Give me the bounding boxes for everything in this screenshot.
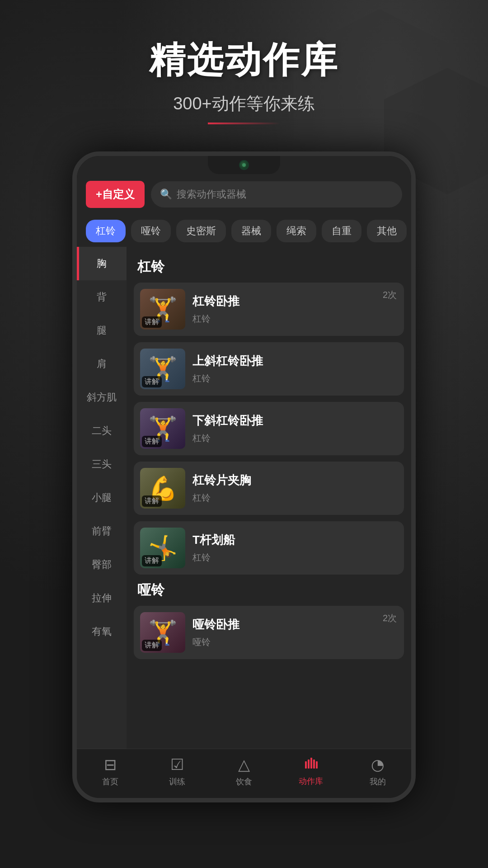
- sidebar-item-shoulder[interactable]: 肩: [77, 347, 127, 381]
- sidebar-item-triceps[interactable]: 三头: [77, 448, 127, 481]
- exercise-tag-4: 杠铃: [192, 492, 398, 504]
- camera-dot: [239, 160, 249, 170]
- sidebar-item-forearm[interactable]: 前臂: [77, 514, 127, 548]
- exercise-name-2: 上斜杠铃卧推: [192, 353, 398, 369]
- thumb-label-6: 讲解: [142, 640, 162, 651]
- sidebar-item-calves[interactable]: 小腿: [77, 481, 127, 514]
- nav-library-icon: [304, 755, 318, 773]
- nav-item-exercise-library[interactable]: 动作库: [277, 755, 344, 787]
- sidebar-item-stretch[interactable]: 拉伸: [77, 581, 127, 615]
- nav-training-icon: ☑: [170, 755, 184, 774]
- exercise-info-1: 杠铃卧推 杠铃: [192, 293, 398, 325]
- bottom-navigation: ⊟ 首页 ☑ 训练 △ 饮食: [77, 749, 411, 798]
- phone-content: +自定义 🔍 搜索动作或器械 杠铃 哑铃 史密斯 器械 绳索 自重 其他: [77, 156, 411, 798]
- svg-rect-2: [310, 758, 312, 769]
- exercise-info-4: 杠铃片夹胸 杠铃: [192, 472, 398, 504]
- header: 精选动作库 300+动作等你来练: [0, 0, 488, 142]
- thumb-label-5: 讲解: [142, 555, 162, 566]
- search-icon: 🔍: [160, 189, 172, 200]
- exercise-info-5: T杆划船 杠铃: [192, 532, 398, 564]
- nav-profile-label: 我的: [370, 776, 386, 787]
- nav-diet-label: 饮食: [236, 776, 252, 787]
- filter-chip-smith[interactable]: 史密斯: [176, 220, 226, 242]
- svg-rect-0: [305, 761, 307, 769]
- exercise-thumb-1: 🏋️ 讲解: [140, 289, 185, 330]
- exercise-card-t-bar-row[interactable]: 🤸 讲解 T杆划船 杠铃: [134, 521, 404, 575]
- main-content: 胸 背 腿 肩 斜方肌 二头 三头 小腿 前臂 臀部 拉伸 有氧 杠铃: [77, 247, 411, 749]
- nav-training-label: 训练: [169, 776, 185, 787]
- exercise-tag-5: 杠铃: [192, 552, 398, 564]
- nav-item-profile[interactable]: ◔ 我的: [344, 755, 411, 787]
- exercise-name-1: 杠铃卧推: [192, 293, 398, 309]
- nav-home-icon: ⊟: [104, 755, 117, 774]
- section-title-dumbbell: 哑铃: [137, 581, 400, 599]
- nav-library-label: 动作库: [299, 776, 323, 787]
- svg-rect-3: [313, 760, 315, 769]
- sidebar-item-biceps[interactable]: 二头: [77, 414, 127, 448]
- category-sidebar: 胸 背 腿 肩 斜方肌 二头 三头 小腿 前臂 臀部 拉伸 有氧: [77, 247, 127, 749]
- exercise-tag-2: 杠铃: [192, 373, 398, 385]
- exercise-thumb-5: 🤸 讲解: [140, 528, 185, 568]
- nav-home-label: 首页: [102, 776, 118, 787]
- sidebar-item-legs[interactable]: 腿: [77, 314, 127, 347]
- exercise-info-3: 下斜杠铃卧推 杠铃: [192, 413, 398, 444]
- nav-item-home[interactable]: ⊟ 首页: [77, 755, 144, 787]
- sidebar-item-back[interactable]: 背: [77, 280, 127, 314]
- section-title-barbell: 杠铃: [137, 258, 400, 276]
- exercise-name-6: 哑铃卧推: [192, 617, 398, 632]
- custom-button[interactable]: +自定义: [86, 181, 145, 208]
- exercise-card-decline-press[interactable]: 🏋️ 讲解 下斜杠铃卧推 杠铃: [134, 402, 404, 455]
- header-underline: [208, 123, 280, 124]
- sidebar-item-glutes[interactable]: 臀部: [77, 548, 127, 581]
- exercise-card-bench-press[interactable]: 🏋️ 讲解 杠铃卧推 杠铃 2次: [134, 283, 404, 336]
- filter-chip-barbell[interactable]: 杠铃: [86, 220, 126, 242]
- svg-rect-1: [308, 760, 310, 769]
- thumb-label-3: 讲解: [142, 436, 162, 447]
- filter-chip-bodyweight[interactable]: 自重: [322, 220, 361, 242]
- sidebar-item-trapezius[interactable]: 斜方肌: [77, 381, 127, 414]
- exercise-count-6: 2次: [383, 612, 397, 624]
- exercise-name-4: 杠铃片夹胸: [192, 472, 398, 488]
- exercise-name-3: 下斜杠铃卧推: [192, 413, 398, 429]
- sidebar-item-chest[interactable]: 胸: [77, 247, 127, 280]
- exercise-tag-3: 杠铃: [192, 432, 398, 444]
- filter-chip-dumbbell[interactable]: 哑铃: [131, 220, 171, 242]
- exercise-name-5: T杆划船: [192, 532, 398, 548]
- filter-tabs: 杠铃 哑铃 史密斯 器械 绳索 自重 其他: [77, 215, 411, 247]
- exercise-thumb-3: 🏋️ 讲解: [140, 408, 185, 449]
- exercise-card-dumbbell-press[interactable]: 🏋️ 讲解 哑铃卧推 哑铃 2次: [134, 606, 404, 659]
- exercise-thumb-2: 🏋️ 讲解: [140, 349, 185, 389]
- nav-item-diet[interactable]: △ 饮食: [211, 755, 277, 787]
- exercise-card-incline-press[interactable]: 🏋️ 讲解 上斜杠铃卧推 杠铃: [134, 342, 404, 396]
- phone-frame: +自定义 🔍 搜索动作或器械 杠铃 哑铃 史密斯 器械 绳索 自重 其他: [72, 151, 416, 802]
- phone-mockup: +自定义 🔍 搜索动作或器械 杠铃 哑铃 史密斯 器械 绳索 自重 其他: [0, 151, 488, 802]
- filter-chip-other[interactable]: 其他: [367, 220, 407, 242]
- exercise-info-2: 上斜杠铃卧推 杠铃: [192, 353, 398, 385]
- header-title: 精选动作库: [0, 36, 488, 85]
- thumb-label-1: 讲解: [142, 316, 162, 328]
- thumb-label-4: 讲解: [142, 495, 162, 507]
- thumb-label-2: 讲解: [142, 376, 162, 387]
- svg-rect-4: [316, 761, 318, 769]
- filter-chip-cable[interactable]: 绳索: [277, 220, 316, 242]
- filter-chip-machine[interactable]: 器械: [231, 220, 271, 242]
- search-placeholder: 搜索动作或器械: [177, 188, 246, 201]
- exercise-tag-1: 杠铃: [192, 313, 398, 325]
- exercise-list: 杠铃 🏋️ 讲解 杠铃卧推 杠铃 2次: [127, 247, 411, 749]
- search-bar[interactable]: 🔍 搜索动作或器械: [151, 181, 402, 208]
- nav-diet-icon: △: [238, 755, 250, 774]
- phone-notch: [208, 156, 280, 174]
- exercise-info-6: 哑铃卧推 哑铃: [192, 617, 398, 648]
- sidebar-item-cardio[interactable]: 有氧: [77, 615, 127, 648]
- exercise-thumb-6: 🏋️ 讲解: [140, 612, 185, 653]
- exercise-count-1: 2次: [383, 289, 397, 301]
- exercise-thumb-4: 💪 讲解: [140, 468, 185, 509]
- nav-profile-icon: ◔: [371, 755, 385, 774]
- exercise-card-plate-fly[interactable]: 💪 讲解 杠铃片夹胸 杠铃: [134, 462, 404, 515]
- header-subtitle: 300+动作等你来练: [0, 92, 488, 115]
- exercise-tag-6: 哑铃: [192, 636, 398, 648]
- nav-item-training[interactable]: ☑ 训练: [144, 755, 211, 787]
